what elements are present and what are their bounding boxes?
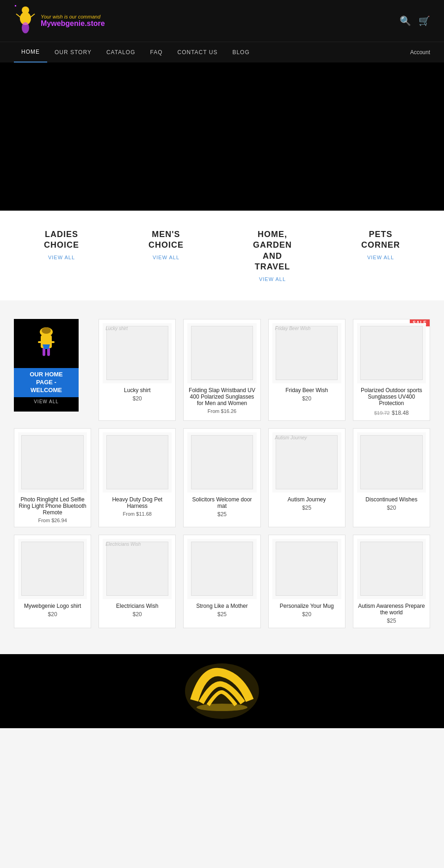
- featured-banner-text: OUR HOMEPAGE -WELCOME: [14, 368, 79, 397]
- turban-figure-icon: [32, 324, 60, 361]
- cart-icon[interactable]: 🛒: [419, 15, 430, 26]
- ladies-choice-view-all[interactable]: VIEW ALL: [48, 255, 75, 260]
- svg-rect-10: [50, 341, 55, 343]
- featured-home-banner[interactable]: OUR HOMEPAGE -WELCOME VIEW ALL: [14, 319, 79, 412]
- category-mens-choice[interactable]: MEN'SCHOICE VIEW ALL: [148, 229, 184, 282]
- product-electricians-wish-watermark: Electricians Wish: [105, 542, 141, 547]
- product-discontinued-wishes[interactable]: Discontinued Wishes $20: [353, 428, 430, 527]
- navigation: HOME OUR STORY CATALOG FAQ CONTACT US BL…: [0, 42, 444, 62]
- product-polarized-sunglasses[interactable]: SALE Polarized Outdoor sports Sunglasses…: [353, 319, 430, 421]
- svg-rect-9: [38, 341, 43, 343]
- product-personalize-mug[interactable]: Personalize Your Mug $20: [268, 535, 345, 628]
- product-personalize-mug-image: [272, 539, 341, 599]
- product-personalize-mug-name: Personalize Your Mug: [280, 603, 334, 609]
- product-folding-wristband[interactable]: Folding Slap Wristband UV 400 Polarized …: [183, 319, 260, 421]
- products-row-2: Photo Ringlight Led Selfie Ring Light Ph…: [14, 428, 430, 527]
- product-friday-beer-wish-price: $20: [302, 395, 311, 402]
- category-pets-corner-title: PETSCORNER: [361, 229, 400, 251]
- product-lucky-shirt-name: Lucky shirt: [124, 387, 150, 393]
- svg-rect-5: [15, 5, 16, 6]
- category-ladies-choice[interactable]: LADIESCHOICE VIEW ALL: [44, 229, 79, 282]
- svg-point-7: [42, 327, 51, 334]
- product-ringlight[interactable]: Photo Ringlight Led Selfie Ring Light Ph…: [14, 428, 91, 527]
- category-ladies-choice-title: LADIESCHOICE: [44, 229, 79, 251]
- product-autism-awareness-name: Autism Awareness Prepare the world: [357, 603, 426, 616]
- footer-logo-icon: [176, 659, 268, 724]
- nav-catalog[interactable]: CATALOG: [99, 43, 143, 62]
- products-row-1: OUR HOMEPAGE -WELCOME VIEW ALL Lucky shi…: [14, 319, 430, 421]
- logo-area[interactable]: Your wish is our command Mywebgenie.stor…: [14, 5, 105, 37]
- product-logo-shirt-price: $20: [48, 611, 57, 618]
- product-discontinued-wishes-price: $20: [387, 505, 396, 511]
- product-polarized-sunglasses-image: [357, 323, 426, 383]
- product-autism-journey-name: Autism Journey: [288, 496, 326, 503]
- product-lucky-shirt-image: Lucky shirt: [103, 323, 172, 383]
- product-electricians-wish-image: Electricians Wish: [103, 539, 172, 599]
- category-home-garden-travel-title: HOME,GARDENANDTRAVEL: [253, 229, 292, 273]
- product-lucky-shirt-price: $20: [133, 395, 142, 402]
- logo-text: Your wish is our command Mywebgenie.stor…: [41, 14, 105, 28]
- product-polarized-sunglasses-original-price: $19.72: [374, 410, 390, 416]
- search-icon[interactable]: 🔍: [400, 15, 411, 26]
- nav-blog[interactable]: BLOG: [225, 43, 257, 62]
- nav-home[interactable]: HOME: [14, 42, 47, 62]
- product-discontinued-wishes-image: [357, 432, 426, 493]
- header-icons: 🔍 🛒: [400, 15, 430, 26]
- category-home-garden-travel[interactable]: HOME,GARDENANDTRAVEL VIEW ALL: [253, 229, 292, 282]
- product-discontinued-wishes-name: Discontinued Wishes: [365, 496, 417, 503]
- products-section: OUR HOMEPAGE -WELCOME VIEW ALL Lucky shi…: [0, 300, 444, 654]
- product-logo-shirt-image: [18, 539, 87, 599]
- product-dog-harness-image: [103, 432, 172, 493]
- product-door-mat-image: [187, 432, 256, 493]
- product-friday-beer-wish-image: Friday Beer Wish: [272, 323, 341, 383]
- product-dog-harness[interactable]: Heavy Duty Dog Pet Harness From $11.68: [99, 428, 176, 527]
- product-ringlight-price: From $26.94: [38, 518, 67, 523]
- product-friday-beer-wish[interactable]: Friday Beer Wish Friday Beer Wish $20: [268, 319, 345, 421]
- home-garden-view-all[interactable]: VIEW ALL: [259, 276, 286, 282]
- svg-line-3: [16, 14, 21, 18]
- product-logo-shirt-name: Mywebgenie Logo shirt: [24, 603, 81, 609]
- featured-banner-view-all[interactable]: VIEW ALL: [34, 399, 59, 404]
- nav-our-story[interactable]: OUR STORY: [47, 43, 99, 62]
- category-pets-corner[interactable]: PETSCORNER VIEW ALL: [361, 229, 400, 282]
- product-autism-journey-watermark: Autism Journey: [275, 435, 307, 440]
- product-polarized-sunglasses-price: $19.72 $18.48: [374, 408, 409, 417]
- product-polarized-sunglasses-sale-price: $18.48: [392, 410, 409, 416]
- pets-corner-view-all[interactable]: VIEW ALL: [367, 255, 394, 260]
- product-autism-journey-image: Autism Journey: [272, 432, 341, 493]
- logo-tagline: Your wish is our command: [41, 14, 105, 19]
- product-strong-mother[interactable]: Strong Like a Mother $25: [183, 535, 260, 628]
- hero-banner: [0, 62, 444, 211]
- product-ringlight-image: [18, 432, 87, 493]
- product-folding-wristband-price: From $16.26: [208, 408, 236, 414]
- product-lucky-shirt[interactable]: Lucky shirt Lucky shirt $20: [99, 319, 176, 421]
- products-row-3: Mywebgenie Logo shirt $20 Electricians W…: [14, 535, 430, 628]
- product-autism-journey-price: $25: [302, 505, 311, 511]
- product-autism-awareness-price: $25: [387, 618, 396, 624]
- product-autism-journey[interactable]: Autism Journey Autism Journey $25: [268, 428, 345, 527]
- product-strong-mother-image: [187, 539, 256, 599]
- header: Your wish is our command Mywebgenie.stor…: [0, 0, 444, 42]
- product-logo-shirt[interactable]: Mywebgenie Logo shirt $20: [14, 535, 91, 628]
- product-electricians-wish-price: $20: [133, 611, 142, 618]
- svg-point-15: [197, 704, 247, 711]
- product-autism-awareness[interactable]: Autism Awareness Prepare the world $25: [353, 535, 430, 628]
- product-dog-harness-name: Heavy Duty Dog Pet Harness: [103, 496, 172, 509]
- product-door-mat-name: Solicitors Welcome door mat: [187, 496, 256, 509]
- product-polarized-sunglasses-name: Polarized Outdoor sports Sunglasses UV40…: [357, 387, 426, 406]
- product-friday-beer-wish-watermark: Friday Beer Wish: [275, 326, 311, 331]
- nav-account[interactable]: Account: [410, 49, 430, 56]
- mens-choice-view-all[interactable]: VIEW ALL: [153, 255, 179, 260]
- nav-faq[interactable]: FAQ: [142, 43, 170, 62]
- svg-point-2: [22, 22, 29, 33]
- product-autism-awareness-image: [357, 539, 426, 599]
- product-strong-mother-name: Strong Like a Mother: [196, 603, 247, 609]
- product-lucky-shirt-watermark: Lucky shirt: [105, 326, 128, 331]
- nav-contact-us[interactable]: CONTACT US: [170, 43, 225, 62]
- product-door-mat-price: $25: [217, 511, 227, 518]
- product-ringlight-name: Photo Ringlight Led Selfie Ring Light Ph…: [18, 496, 87, 516]
- product-door-mat[interactable]: Solicitors Welcome door mat $25: [183, 428, 260, 527]
- product-electricians-wish-name: Electricians Wish: [116, 603, 158, 609]
- product-electricians-wish[interactable]: Electricians Wish Electricians Wish $20: [99, 535, 176, 628]
- logo-icon: [14, 5, 37, 37]
